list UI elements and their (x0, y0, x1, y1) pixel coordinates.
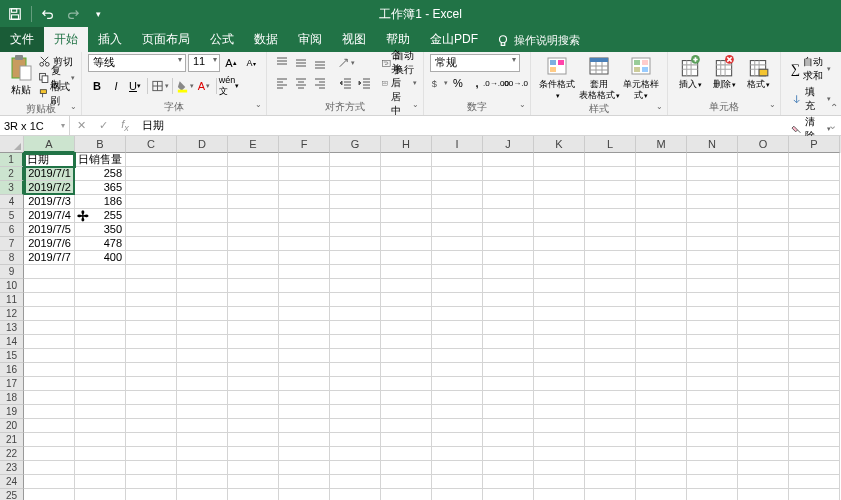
cell[interactable] (534, 209, 585, 223)
font-name-select[interactable]: 等线 (88, 54, 186, 72)
cell[interactable] (483, 223, 534, 237)
cell[interactable] (483, 447, 534, 461)
increase-font-button[interactable]: A▴ (222, 54, 240, 72)
cell[interactable] (177, 419, 228, 433)
cell[interactable] (177, 349, 228, 363)
italic-button[interactable]: I (107, 77, 125, 95)
save-button[interactable] (4, 3, 26, 25)
row-header[interactable]: 1 (0, 153, 24, 167)
tell-me-search[interactable]: 操作说明搜索 (496, 29, 580, 52)
cell[interactable] (738, 461, 789, 475)
cell[interactable] (789, 335, 840, 349)
column-header-I[interactable]: I (432, 136, 483, 153)
cell[interactable]: 2019/7/3 (24, 195, 75, 209)
cell[interactable] (177, 391, 228, 405)
cell[interactable] (24, 279, 75, 293)
cell[interactable] (636, 153, 687, 167)
row-header[interactable]: 7 (0, 237, 24, 251)
cell[interactable] (279, 335, 330, 349)
cell[interactable] (585, 335, 636, 349)
cell[interactable] (330, 209, 381, 223)
cell[interactable] (687, 447, 738, 461)
cell[interactable] (483, 153, 534, 167)
cell[interactable] (789, 349, 840, 363)
cell[interactable] (24, 461, 75, 475)
insert-function-button[interactable]: fx (114, 116, 136, 135)
cell[interactable] (228, 237, 279, 251)
cell[interactable] (534, 153, 585, 167)
cell[interactable] (432, 321, 483, 335)
cell[interactable] (636, 335, 687, 349)
cell[interactable] (534, 461, 585, 475)
cell[interactable] (687, 279, 738, 293)
cell[interactable] (636, 237, 687, 251)
cell[interactable] (24, 377, 75, 391)
cell[interactable] (75, 307, 126, 321)
cell[interactable] (330, 349, 381, 363)
cell[interactable]: 478 (75, 237, 126, 251)
cell[interactable] (636, 433, 687, 447)
cell[interactable] (534, 251, 585, 265)
cell[interactable] (381, 223, 432, 237)
cell[interactable] (636, 321, 687, 335)
cell[interactable] (738, 363, 789, 377)
cell[interactable] (177, 475, 228, 489)
cell[interactable] (126, 475, 177, 489)
cell[interactable] (585, 181, 636, 195)
row-header[interactable]: 13 (0, 321, 24, 335)
cell[interactable] (585, 489, 636, 500)
cell[interactable] (75, 279, 126, 293)
cell[interactable] (381, 293, 432, 307)
cell[interactable] (687, 335, 738, 349)
cell[interactable] (432, 447, 483, 461)
cell[interactable] (534, 321, 585, 335)
tab-data[interactable]: 数据 (244, 27, 288, 52)
cell[interactable] (534, 167, 585, 181)
cell[interactable] (381, 251, 432, 265)
cell[interactable] (381, 209, 432, 223)
row-header[interactable]: 12 (0, 307, 24, 321)
row-header[interactable]: 14 (0, 335, 24, 349)
cell[interactable] (24, 391, 75, 405)
cell[interactable] (279, 321, 330, 335)
cell[interactable] (687, 461, 738, 475)
cell[interactable] (483, 419, 534, 433)
cell[interactable] (483, 293, 534, 307)
cell[interactable] (279, 279, 330, 293)
cell[interactable] (75, 349, 126, 363)
cell[interactable] (432, 433, 483, 447)
cell[interactable] (483, 279, 534, 293)
cell[interactable] (228, 293, 279, 307)
cell[interactable] (687, 489, 738, 500)
cell[interactable] (126, 181, 177, 195)
cell[interactable] (177, 167, 228, 181)
insert-cells-button[interactable]: 插入 (674, 54, 706, 90)
cell[interactable] (738, 489, 789, 500)
cell[interactable]: 2019/7/4 (24, 209, 75, 223)
cell[interactable] (483, 237, 534, 251)
cell[interactable] (534, 447, 585, 461)
row-header[interactable]: 18 (0, 391, 24, 405)
cell[interactable] (75, 391, 126, 405)
row-header[interactable]: 4 (0, 195, 24, 209)
undo-button[interactable] (37, 3, 59, 25)
format-painter-button[interactable]: 格式刷 (38, 86, 75, 101)
cell[interactable] (585, 433, 636, 447)
cell[interactable] (432, 293, 483, 307)
cell[interactable] (789, 265, 840, 279)
cell[interactable] (75, 405, 126, 419)
cell[interactable]: 2019/7/6 (24, 237, 75, 251)
cell[interactable] (585, 153, 636, 167)
cell[interactable] (381, 167, 432, 181)
cell[interactable] (534, 335, 585, 349)
cell[interactable] (126, 307, 177, 321)
formula-input[interactable] (136, 116, 823, 135)
cell[interactable] (432, 363, 483, 377)
cell[interactable] (432, 475, 483, 489)
cell[interactable] (126, 195, 177, 209)
cell[interactable] (483, 321, 534, 335)
cell[interactable] (279, 377, 330, 391)
cell[interactable] (585, 251, 636, 265)
cell[interactable] (789, 279, 840, 293)
cell[interactable] (24, 363, 75, 377)
